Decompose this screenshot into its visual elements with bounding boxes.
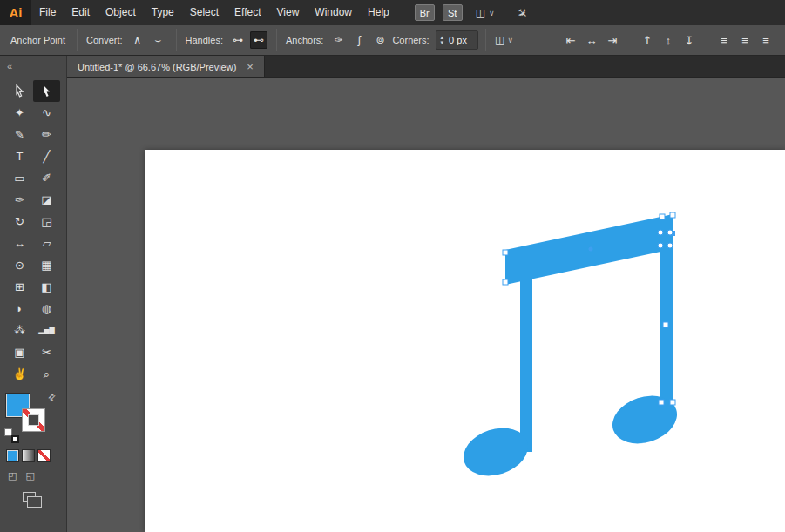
menu-select[interactable]: Select [182, 0, 227, 25]
menu-edit[interactable]: Edit [64, 0, 98, 25]
direction-handle[interactable] [667, 230, 673, 235]
workspace-switcher[interactable]: ◫ ∨ [476, 7, 495, 19]
pasteboard[interactable] [67, 78, 785, 532]
distribute-vertical-center-button[interactable]: ≡ [735, 31, 755, 49]
workspace-icon: ◫ [476, 7, 485, 19]
eyedropper-tool[interactable]: ◗ [6, 298, 33, 320]
separator [276, 29, 277, 51]
artboard[interactable] [145, 150, 785, 532]
change-screen-mode-icon[interactable] [23, 492, 36, 502]
anchor-point[interactable] [663, 322, 668, 327]
convert-to-smooth-button[interactable]: ⌣ [150, 31, 167, 49]
direct-selection-tool[interactable] [33, 80, 60, 102]
lasso-tool[interactable]: ∿ [33, 102, 60, 124]
bridge-button[interactable]: Br [415, 4, 435, 21]
corners-label: Corners: [392, 35, 429, 45]
menu-file[interactable]: File [31, 0, 64, 25]
distribute-vertical-top-button[interactable]: ≡ [714, 31, 734, 49]
align-vertical-center-button[interactable]: ↕ [659, 31, 678, 49]
column-graph-tool[interactable]: ▂▅▇ [33, 320, 60, 341]
gpu-performance-icon[interactable]: ✈ [514, 4, 531, 22]
direct-selection-cursor-icon [41, 84, 52, 98]
color-mode-button[interactable] [6, 449, 19, 462]
document-tab[interactable]: Untitled-1* @ 66.67% (RGB/Preview) × [67, 56, 265, 77]
anchor-point[interactable] [503, 250, 508, 255]
selection-tool[interactable] [6, 80, 33, 102]
direction-handle[interactable] [658, 243, 663, 248]
artboard-tool[interactable]: ▣ [6, 341, 33, 363]
show-handles-button[interactable]: ⊶ [229, 31, 247, 49]
direction-handle[interactable] [667, 243, 673, 248]
none-mode-button[interactable] [37, 449, 51, 462]
hide-handles-button[interactable]: ⊷ [250, 31, 267, 49]
gradient-mode-button[interactable] [22, 449, 35, 462]
rectangle-tool[interactable]: ▭ [6, 167, 33, 189]
align-horizontal-left-button[interactable]: ⇤ [561, 31, 580, 49]
gradient-tool[interactable]: ◧ [33, 276, 60, 298]
align-vertical-bottom-button[interactable]: ↧ [680, 31, 699, 49]
stepper-arrows[interactable]: ▴▾ [441, 35, 444, 45]
stroke-color-swatch[interactable] [22, 408, 45, 432]
tab-close-icon[interactable]: × [247, 60, 254, 73]
separator [176, 29, 177, 51]
curvature-tool[interactable]: ✏ [33, 124, 60, 145]
note-stem-left[interactable] [520, 277, 532, 452]
stock-button[interactable]: St [443, 4, 463, 21]
rotate-tool[interactable]: ↻ [6, 211, 33, 232]
anchor-point[interactable] [503, 279, 508, 285]
line-segment-tool[interactable]: ╱ [33, 145, 60, 167]
anchor-point[interactable] [659, 400, 664, 405]
slice-tool[interactable]: ✂ [33, 341, 60, 363]
menu-window[interactable]: Window [307, 0, 360, 25]
perspective-grid-tool[interactable]: ▦ [33, 254, 60, 276]
cut-path-button[interactable]: ✑ [329, 31, 347, 49]
music-note-artwork [145, 150, 785, 532]
align-horizontal-center-button[interactable]: ↔ [582, 31, 601, 49]
width-tool[interactable]: ↔ [6, 232, 33, 254]
menu-type[interactable]: Type [144, 0, 182, 25]
magic-wand-tool[interactable]: ✦ [6, 102, 33, 124]
zoom-tool[interactable]: ⌕ [33, 363, 60, 385]
shaper-tool[interactable]: ✑ [6, 189, 33, 211]
corners-value[interactable]: 0 px [449, 35, 473, 45]
scale-tool[interactable]: ◲ [33, 211, 60, 232]
menu-object[interactable]: Object [98, 0, 144, 25]
anchors-label: Anchors: [286, 35, 323, 45]
paintbrush-tool[interactable]: ✐ [33, 167, 60, 189]
transform-panel-button[interactable]: ◫ ∨ [495, 31, 513, 49]
direction-handle[interactable] [658, 230, 663, 235]
draw-behind-icon[interactable]: ◱ [25, 470, 34, 481]
document-area: Untitled-1* @ 66.67% (RGB/Preview) × [67, 56, 785, 532]
default-fill-stroke-icon[interactable] [4, 428, 19, 443]
blend-tool[interactable]: ◍ [33, 298, 60, 320]
connect-anchors-button[interactable]: ʃ [350, 31, 368, 49]
hand-tool[interactable]: ✌ [6, 363, 33, 385]
collapse-panel-icon[interactable]: « [0, 56, 66, 80]
app-logo: Ai [0, 0, 31, 25]
globe-icon[interactable]: ⊚ [371, 31, 389, 49]
draw-normal-icon[interactable]: ◰ [8, 470, 17, 481]
anchor-point[interactable] [670, 212, 675, 218]
corners-stepper[interactable]: ▴▾ 0 px [436, 30, 479, 50]
symbol-sprayer-tool[interactable]: ⁂ [6, 320, 33, 341]
free-transform-tool[interactable]: ▱ [33, 232, 60, 254]
distribute-vertical-bottom-button[interactable]: ≡ [756, 31, 775, 49]
note-stem-right[interactable] [660, 246, 673, 421]
anchor-point[interactable] [660, 214, 665, 219]
menu-effect[interactable]: Effect [227, 0, 268, 25]
shape-builder-tool[interactable]: ⊙ [6, 254, 33, 276]
music-note-shape[interactable] [457, 214, 683, 483]
menu-help[interactable]: Help [360, 0, 397, 25]
align-vertical-top-button[interactable]: ↥ [638, 31, 657, 49]
eraser-tool[interactable]: ◪ [33, 189, 60, 211]
type-tool[interactable]: T [6, 145, 33, 167]
align-horizontal-right-button[interactable]: ⇥ [603, 31, 622, 49]
separator [77, 29, 78, 51]
convert-to-corner-button[interactable]: ∧ [129, 31, 146, 49]
tab-title: Untitled-1* @ 66.67% (RGB/Preview) [78, 62, 236, 72]
swap-fill-stroke-icon[interactable]: ⇄ [45, 391, 58, 403]
pen-tool[interactable]: ✎ [6, 124, 33, 145]
mesh-tool[interactable]: ⊞ [6, 276, 33, 298]
menu-view[interactable]: View [269, 0, 308, 25]
anchor-point[interactable] [670, 400, 675, 405]
